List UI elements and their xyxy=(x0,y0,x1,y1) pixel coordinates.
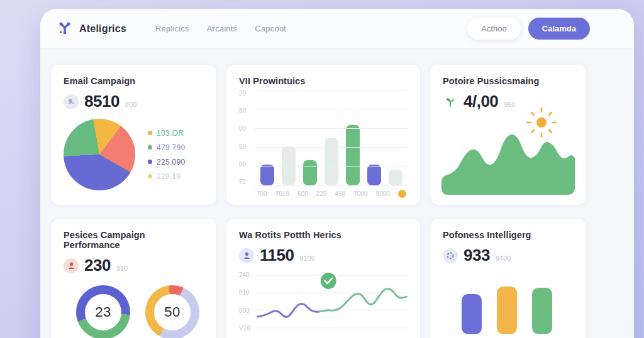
x-axis-labels: 700701960022045070008000 xyxy=(254,185,408,198)
nav-link-capcoot[interactable]: Capcoot xyxy=(255,24,286,33)
bar-chart: 208000500052 xyxy=(239,90,408,185)
y-tick: 20 xyxy=(239,90,254,97)
rounded-bar xyxy=(532,288,552,334)
stat-row: 230 910 xyxy=(64,256,204,275)
gridline xyxy=(254,90,408,90)
x-tick: 220 xyxy=(316,190,327,197)
stat-suffix: 800 xyxy=(125,101,136,108)
pie-legend: 103.OR479 790225.090228 19 xyxy=(148,129,185,181)
stat-value: 933 xyxy=(464,246,490,265)
card-email-campaign: Email Campaign 8510 800 103.OR479 790225… xyxy=(50,64,217,205)
stat-row: 1150 9106 xyxy=(239,246,408,265)
y-tick: 00 xyxy=(239,125,254,132)
gridline xyxy=(254,109,408,109)
legend-item: 225.090 xyxy=(148,158,185,166)
gridline xyxy=(254,128,408,129)
bar xyxy=(389,170,402,185)
logo-icon xyxy=(57,19,73,38)
check-badge-icon xyxy=(321,273,336,289)
x-tick: 700 xyxy=(257,190,267,197)
stat-suffix: 9106 xyxy=(299,254,314,262)
y-tick: 800 xyxy=(239,307,255,314)
legend-label: 479 790 xyxy=(157,143,185,152)
primary-action-button[interactable]: Calamda xyxy=(528,18,590,40)
card-pesices-performance: Pesices Campaign Performance 230 910 23 … xyxy=(50,218,217,338)
person-stat-icon xyxy=(239,248,254,263)
stat-value: 230 xyxy=(84,256,111,275)
rounded-bar xyxy=(462,294,482,334)
main-panel: Ateligrics Replicics Arcaints Capcoot Ac… xyxy=(40,9,634,338)
nav-link-replicics[interactable]: Replicics xyxy=(155,24,189,33)
secondary-action-button[interactable]: Acthoo xyxy=(467,18,520,40)
card-title: Wa Rotits Pottth Herics xyxy=(239,230,408,240)
stat-row: 933 9400 xyxy=(443,246,574,265)
legend-dot xyxy=(148,145,152,150)
gridline xyxy=(254,166,408,167)
ring-stat-icon xyxy=(443,248,458,263)
pie-chart[interactable] xyxy=(64,119,135,190)
brand-name: Ateligrics xyxy=(79,23,126,35)
line-segment-right xyxy=(319,289,406,312)
pie-chart-area: 103.OR479 790225.090228 19 xyxy=(64,119,204,190)
dashboard-grid: Email Campaign 8510 800 103.OR479 790225… xyxy=(40,49,634,338)
legend-label: 225.090 xyxy=(157,158,185,166)
donut-value: 23 xyxy=(95,304,111,320)
brand[interactable]: Ateligrics xyxy=(57,19,126,38)
y-tick: 240 xyxy=(239,271,255,278)
top-navbar: Ateligrics Replicics Arcaints Capcoot Ac… xyxy=(40,9,634,49)
bar-plot[interactable] xyxy=(254,90,408,185)
y-tick: V10 xyxy=(239,325,255,332)
y-tick: 80 xyxy=(239,107,254,114)
mail-stat-icon xyxy=(64,94,79,109)
bar xyxy=(303,160,317,185)
stat-value: 8510 xyxy=(84,92,119,111)
y-axis-labels: 208000500052 xyxy=(239,90,254,185)
card-title: Potoire Pussicsmaing xyxy=(443,76,574,86)
donut-chart[interactable]: 50 xyxy=(145,285,199,338)
bar xyxy=(346,125,360,185)
nav-link-arcaints[interactable]: Arcaints xyxy=(207,24,238,33)
nav-links: Replicics Arcaints Capcoot xyxy=(155,24,286,33)
area-chart[interactable] xyxy=(440,119,576,196)
legend-label: 228 19 xyxy=(157,172,181,181)
stat-suffix: 9400 xyxy=(496,254,511,262)
rounded-bar-chart[interactable] xyxy=(443,276,574,334)
card-title: Email Campaign xyxy=(64,76,204,86)
line-chart: 240810800V10 xyxy=(239,270,408,333)
legend-dot xyxy=(148,160,152,164)
donut-chart[interactable]: 23 xyxy=(76,285,130,338)
stat-suffix: 960 xyxy=(504,101,515,108)
x-tick: 7019 xyxy=(275,190,289,197)
legend-item: 228 19 xyxy=(148,172,185,181)
card-title: Pofoness Intelligerg xyxy=(443,230,574,240)
x-tick: 600 xyxy=(297,190,308,197)
x-tick: 450 xyxy=(335,190,346,197)
yellow-dot xyxy=(398,190,406,198)
stat-suffix: 910 xyxy=(116,264,128,272)
stat-row: 8510 800 xyxy=(64,92,204,111)
bars xyxy=(254,90,408,185)
bar xyxy=(260,165,274,185)
stat-value: 1150 xyxy=(260,246,294,265)
legend-dot xyxy=(148,174,152,178)
y-tick: 810 xyxy=(239,289,255,296)
bar xyxy=(367,165,381,185)
legend-dot xyxy=(148,131,152,135)
legend-label: 103.OR xyxy=(157,129,184,138)
gridline xyxy=(254,185,408,186)
y-tick: 00 xyxy=(239,161,254,168)
card-pofoness-intelligerg: Pofoness Intelligerg 933 9400 xyxy=(430,218,587,338)
mountain-area xyxy=(441,134,575,195)
x-tick: 8000 xyxy=(376,190,390,197)
card-potoire: Potoire Pussicsmaing 4/,00 960 xyxy=(430,64,587,205)
line-plot[interactable] xyxy=(255,270,408,333)
y-tick: 52 xyxy=(239,178,254,185)
donut-value: 50 xyxy=(164,304,180,320)
card-title: VII Prowintuics xyxy=(239,76,408,86)
rounded-bar xyxy=(497,286,517,334)
bar xyxy=(325,138,338,185)
sun-icon xyxy=(525,106,558,139)
stat-value: 4/,00 xyxy=(464,92,498,111)
sprout-stat-icon xyxy=(443,94,458,109)
x-tick: 7000 xyxy=(353,190,367,197)
